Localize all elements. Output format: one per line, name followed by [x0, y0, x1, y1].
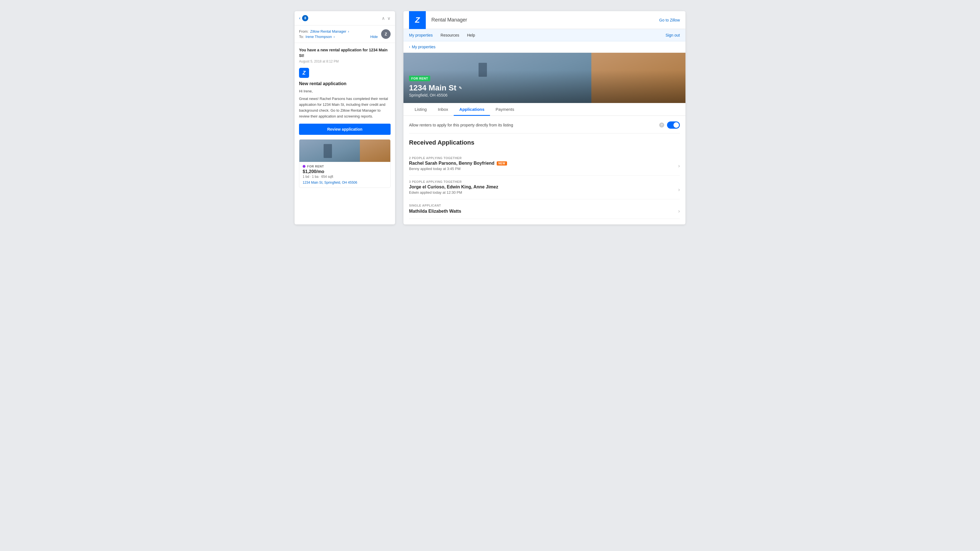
email-count-badge: 8 — [302, 15, 308, 21]
nav-my-properties[interactable]: My properties — [409, 33, 433, 37]
breadcrumb-chevron-icon: ‹ — [409, 45, 410, 49]
to-label: To: — [299, 35, 304, 39]
from-label: From: — [299, 29, 309, 33]
app-sub-1: Benny applied today at 3:45 PM — [409, 167, 507, 171]
application-group-1[interactable]: 2 PEOPLE APPLYING TOGETHER Rachel Sarah … — [409, 152, 680, 176]
next-email-button[interactable]: ∨ — [387, 16, 391, 21]
sign-out-link[interactable]: Sign out — [666, 33, 680, 37]
email-header: ‹ 8 ∧ ∨ — [294, 11, 395, 25]
tabs-container: Listing Inbox Applications Payments — [403, 103, 686, 116]
email-body: You have a new rental application for 12… — [294, 43, 395, 192]
prev-email-button[interactable]: ∧ — [382, 16, 385, 21]
zillow-logo-z-icon: Z — [415, 16, 420, 25]
application-group-2[interactable]: 3 PEOPLE APPLYING TOGETHER Jorge el Curi… — [409, 176, 680, 199]
sender-name[interactable]: Zillow Rental Manager — [310, 29, 346, 33]
top-nav: Z Rental Manager Go to Zillow — [403, 11, 686, 29]
breadcrumb-label: My properties — [412, 44, 436, 49]
allow-apply-toggle[interactable] — [667, 121, 680, 129]
allow-renters-text: Allow renters to apply for this property… — [409, 123, 655, 127]
avatar: Z — [381, 29, 391, 39]
app-name-text-3: Mathilda Elizabeth Watts — [409, 209, 461, 214]
email-to-row: To: Irene Thompson › Hide — [299, 35, 378, 39]
app-chevron-icon-2: › — [678, 187, 680, 192]
property-info: FOR RENT $1,200/mo 1 bd · 1 ba · 654 sqf… — [299, 162, 390, 187]
email-subject: You have a new rental application for 12… — [299, 48, 391, 58]
tab-applications[interactable]: Applications — [454, 103, 490, 116]
email-from-row: From: Zillow Rental Manager › — [299, 29, 378, 33]
tab-listing[interactable]: Listing — [409, 103, 432, 116]
group-label-1: 2 PEOPLE APPLYING TOGETHER — [409, 156, 680, 160]
applications-content: Allow renters to apply for this property… — [403, 116, 686, 224]
breadcrumb-link[interactable]: ‹ My properties — [409, 44, 436, 49]
nav-brand: Rental Manager — [431, 17, 659, 23]
property-image — [299, 140, 390, 162]
email-body-text: Great news! Rachel Parsons has completed… — [299, 96, 391, 119]
app-chevron-icon-3: › — [678, 208, 680, 214]
nav-resources[interactable]: Resources — [441, 33, 459, 37]
email-meta: From: Zillow Rental Manager › To: Irene … — [294, 25, 395, 43]
back-arrow-icon[interactable]: ‹ — [299, 16, 301, 21]
app-info-1: Rachel Sarah Parsons, Benny Boyfriend NE… — [409, 161, 507, 171]
app-sub-2: Edwin applied today at 12:30 PM — [409, 191, 498, 195]
tab-payments[interactable]: Payments — [490, 103, 520, 116]
for-rent-text: FOR RENT — [307, 165, 324, 168]
app-row-1: Rachel Sarah Parsons, Benny Boyfriend NE… — [409, 161, 680, 171]
app-row-3: Mathilda Elizabeth Watts › — [409, 208, 680, 214]
group-label-3: SINGLE APPLICANT — [409, 204, 680, 207]
toggle-knob — [673, 122, 679, 128]
zillow-email-logo: Z — [299, 68, 309, 78]
email-content-title: New rental application — [299, 81, 391, 86]
hero-city: Springfield, OH 45506 — [409, 93, 680, 97]
email-panel: ‹ 8 ∧ ∨ From: Zillow Rental Manager › To… — [294, 11, 395, 224]
property-address-link[interactable]: 1234 Main St, Springfield, OH 45506 — [303, 181, 357, 184]
application-group-3[interactable]: SINGLE APPLICANT Mathilda Elizabeth Watt… — [409, 199, 680, 219]
hero-overlay: FOR RENT 1234 Main St ✎ Springfield, OH … — [403, 70, 686, 103]
app-row-2: Jorge el Curioso, Edwin King, Anne Jimez… — [409, 184, 680, 195]
app-info-2: Jorge el Curioso, Edwin King, Anne Jimez… — [409, 184, 498, 195]
app-name-1: Rachel Sarah Parsons, Benny Boyfriend NE… — [409, 161, 507, 166]
tab-inbox[interactable]: Inbox — [432, 103, 454, 116]
nav-help[interactable]: Help — [467, 33, 475, 37]
app-chevron-icon-1: › — [678, 163, 680, 169]
recipient-expand-icon[interactable]: › — [334, 35, 335, 39]
hero-for-rent-tag: FOR RENT — [409, 76, 430, 81]
app-name-3: Mathilda Elizabeth Watts — [409, 209, 461, 214]
email-meta-left: From: Zillow Rental Manager › To: Irene … — [299, 29, 378, 39]
email-nav-left: ‹ 8 — [299, 15, 308, 21]
help-icon[interactable]: ? — [659, 122, 664, 127]
app-name-2: Jorge el Curioso, Edwin King, Anne Jimez — [409, 184, 498, 189]
main-panel: Z Rental Manager Go to Zillow My propert… — [403, 11, 686, 224]
hero-address-text: 1234 Main St — [409, 83, 457, 92]
zillow-logo[interactable]: Z — [409, 11, 426, 29]
email-greeting: Hi Irene, — [299, 89, 391, 93]
sub-nav-links: My properties Resources Help — [409, 33, 666, 37]
new-badge-1: NEW — [497, 161, 507, 165]
breadcrumb-bar: ‹ My properties — [403, 41, 686, 53]
hide-link[interactable]: Hide — [370, 35, 378, 39]
property-price: $1,200/mo — [303, 169, 387, 174]
group-label-2: 3 PEOPLE APPLYING TOGETHER — [409, 180, 680, 183]
app-info-3: Mathilda Elizabeth Watts — [409, 209, 461, 214]
received-apps-title: Received Applications — [409, 139, 680, 146]
property-card: FOR RENT $1,200/mo 1 bd · 1 ba · 654 sqf… — [299, 139, 391, 188]
allow-renters-row: Allow renters to apply for this property… — [409, 121, 680, 133]
sender-expand-icon[interactable]: › — [348, 30, 349, 33]
hero-address: 1234 Main St ✎ — [409, 83, 680, 92]
go-to-zillow-link[interactable]: Go to Zillow — [659, 18, 680, 22]
email-nav-arrows: ∧ ∨ — [382, 16, 391, 21]
property-hero: FOR RENT 1234 Main St ✎ Springfield, OH … — [403, 53, 686, 103]
email-timestamp: August 5, 2018 at 8:12 PM — [299, 59, 391, 64]
app-name-text-1: Rachel Sarah Parsons, Benny Boyfriend — [409, 161, 495, 166]
zillow-z-icon: Z — [303, 70, 306, 76]
recipient-name[interactable]: Irene Thompson — [305, 35, 332, 39]
property-details: 1 bd · 1 ba · 654 sqft — [303, 175, 387, 179]
for-rent-dot-icon — [303, 165, 305, 168]
app-name-text-2: Jorge el Curioso, Edwin King, Anne Jimez — [409, 184, 498, 189]
review-application-button[interactable]: Review application — [299, 124, 391, 135]
edit-address-icon[interactable]: ✎ — [459, 86, 462, 90]
for-rent-badge: FOR RENT — [303, 165, 387, 168]
sub-nav: My properties Resources Help Sign out — [403, 29, 686, 41]
